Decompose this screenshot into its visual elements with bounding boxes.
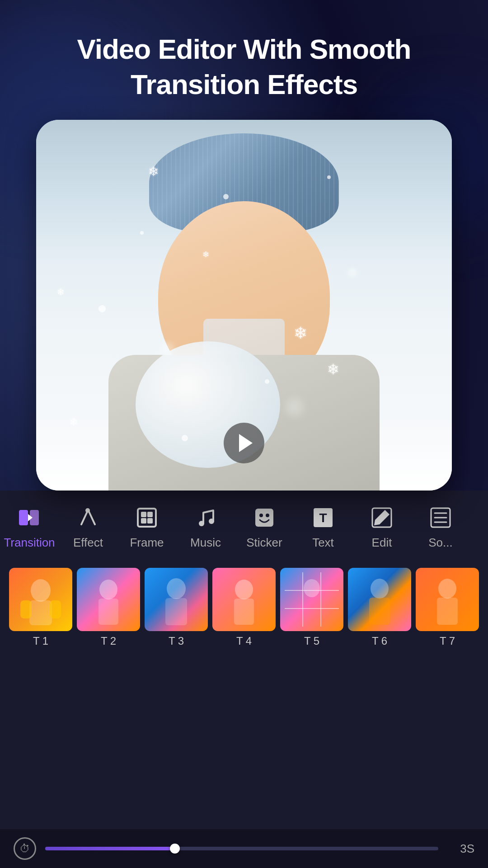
clip-thumb-7 <box>416 568 479 631</box>
svg-rect-0 <box>19 510 28 525</box>
clip-t7[interactable]: T 7 <box>416 568 479 647</box>
clip-t5[interactable]: T 5 <box>280 568 343 647</box>
svg-point-12 <box>209 519 214 524</box>
svg-rect-28 <box>99 599 118 625</box>
tool-frame[interactable]: Frame <box>117 500 176 554</box>
svg-point-40 <box>438 579 456 599</box>
tool-transition[interactable]: Transition <box>0 500 59 554</box>
clip-thumb-6 <box>348 568 411 631</box>
svg-text:T: T <box>319 511 327 525</box>
clip-thumb-3 <box>145 568 208 631</box>
svg-point-15 <box>266 514 269 517</box>
progress-track[interactable] <box>45 847 438 850</box>
clip-label-t5: T 5 <box>304 635 319 647</box>
clip-thumb-1 <box>9 568 72 631</box>
svg-point-29 <box>167 578 186 599</box>
svg-rect-13 <box>255 509 273 527</box>
progress-fill <box>45 847 175 850</box>
play-icon <box>239 434 253 452</box>
tool-transition-label: Transition <box>4 536 55 550</box>
svg-line-5 <box>89 511 95 524</box>
tool-edit-label: Edit <box>372 536 392 550</box>
svg-point-14 <box>259 514 263 517</box>
svg-point-37 <box>304 579 320 597</box>
title-area: Video Editor With Smooth Transition Effe… <box>0 0 488 120</box>
sort-icon <box>427 504 454 531</box>
clip-label-t6: T 6 <box>372 635 387 647</box>
svg-rect-41 <box>437 598 458 625</box>
frame-icon <box>133 504 160 531</box>
svg-rect-30 <box>165 598 187 625</box>
svg-line-3 <box>81 511 88 524</box>
play-button[interactable] <box>224 423 264 463</box>
edit-icon <box>368 504 395 531</box>
tool-text-label: Text <box>312 536 334 550</box>
preview-image: ❄ ❄ ❄ ❄ ❄ ❄ <box>36 120 452 491</box>
timeline-clips: T 1 T 2 <box>9 568 479 647</box>
clip-t4[interactable]: T 4 <box>212 568 276 647</box>
timeline: T 1 T 2 <box>0 561 488 829</box>
svg-point-11 <box>199 521 204 526</box>
tool-sort-label: So... <box>428 536 452 550</box>
svg-point-27 <box>99 580 117 599</box>
effect-icon <box>75 504 102 531</box>
progress-thumb[interactable] <box>170 844 180 854</box>
clip-t2[interactable]: T 2 <box>77 568 140 647</box>
svg-rect-9 <box>141 518 146 524</box>
text-icon: T <box>310 504 337 531</box>
tool-effect-label: Effect <box>73 536 103 550</box>
svg-rect-10 <box>147 518 153 524</box>
music-icon <box>192 504 219 531</box>
tool-edit[interactable]: Edit <box>352 500 411 554</box>
svg-rect-39 <box>369 598 390 625</box>
timer-icon: ⏱ <box>14 837 36 860</box>
svg-rect-7 <box>141 512 146 517</box>
toolbar: Transition Effect <box>0 491 488 561</box>
tool-sticker-label: Sticker <box>246 536 282 550</box>
clip-label-t4: T 4 <box>236 635 252 647</box>
clip-label-t3: T 3 <box>169 635 184 647</box>
transition-icon <box>16 504 43 531</box>
svg-rect-6 <box>138 509 156 527</box>
sticker-icon <box>251 504 278 531</box>
svg-point-23 <box>31 579 51 602</box>
svg-rect-26 <box>50 600 61 618</box>
tool-music-label: Music <box>190 536 221 550</box>
tool-sort[interactable]: So... <box>411 500 470 554</box>
clip-thumb-4 <box>212 568 276 631</box>
tool-sticker[interactable]: Sticker <box>235 500 294 554</box>
video-preview: ❄ ❄ ❄ ❄ ❄ ❄ <box>36 120 452 491</box>
clip-label-t2: T 2 <box>101 635 116 647</box>
svg-rect-25 <box>20 600 32 618</box>
clip-t6[interactable]: T 6 <box>348 568 411 647</box>
clip-label-t7: T 7 <box>440 635 455 647</box>
clip-thumb-2 <box>77 568 140 631</box>
clip-t3[interactable]: T 3 <box>145 568 208 647</box>
clip-thumb-5 <box>280 568 343 631</box>
tool-frame-label: Frame <box>130 536 164 550</box>
svg-point-38 <box>371 579 389 599</box>
svg-rect-32 <box>234 599 254 625</box>
clip-label-t1: T 1 <box>33 635 48 647</box>
svg-rect-8 <box>147 512 153 517</box>
svg-point-31 <box>235 580 253 599</box>
clip-t1[interactable]: T 1 <box>9 568 72 647</box>
tool-effect[interactable]: Effect <box>59 500 117 554</box>
playback-bar: ⏱ 3S <box>0 829 488 868</box>
svg-rect-24 <box>29 600 52 625</box>
app-title: Video Editor With Smooth Transition Effe… <box>27 32 461 102</box>
duration-label: 3S <box>447 842 474 856</box>
tool-text[interactable]: T Text <box>294 500 352 554</box>
tool-music[interactable]: Music <box>176 500 235 554</box>
